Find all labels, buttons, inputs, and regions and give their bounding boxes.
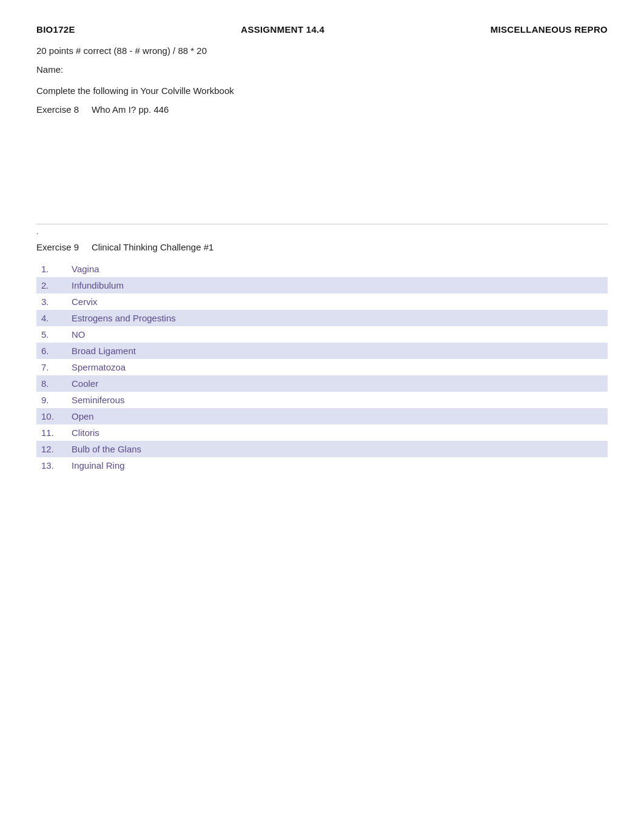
item-number: 6. [41, 346, 72, 356]
item-number: 9. [41, 395, 72, 405]
list-item: 8.Cooler [36, 375, 608, 392]
list-item: 6.Broad Ligament [36, 343, 608, 359]
exercise9-detail: Clinical Thinking Challenge #1 [92, 242, 214, 252]
exercise8-detail: Who Am I? pp. 446 [92, 104, 169, 115]
item-number: 1. [41, 264, 72, 274]
list-item: 4.Estrogens and Progestins [36, 310, 608, 326]
list-item: 9.Seminiferous [36, 392, 608, 408]
list-item: 10.Open [36, 408, 608, 424]
item-answer: Cervix [72, 297, 98, 307]
exercise9-row: Exercise 9 Clinical Thinking Challenge #… [36, 242, 608, 252]
item-answer: Infundibulum [72, 280, 124, 290]
list-item: 12.Bulb of the Glans [36, 441, 608, 457]
item-answer: Broad Ligament [72, 346, 136, 356]
list-item: 13.Inguinal Ring [36, 457, 608, 474]
list-item: 7.Spermatozoa [36, 359, 608, 375]
item-answer: Vagina [72, 264, 99, 274]
course-label: BIO172E [36, 24, 75, 35]
item-number: 4. [41, 313, 72, 323]
item-number: 13. [41, 460, 72, 471]
item-answer: Seminiferous [72, 395, 125, 405]
list-item: 3.Cervix [36, 293, 608, 310]
item-number: 3. [41, 297, 72, 307]
list-item: 11.Clitoris [36, 424, 608, 441]
item-answer: Bulb of the Glans [72, 444, 141, 454]
item-number: 2. [41, 280, 72, 290]
item-answer: NO [72, 329, 86, 340]
item-number: 7. [41, 362, 72, 372]
assignment-label: ASSIGNMENT 14.4 [241, 24, 324, 35]
answer-list: 1.Vagina2.Infundibulum3.Cervix4.Estrogen… [36, 261, 608, 474]
item-number: 10. [41, 411, 72, 421]
page-header: BIO172E ASSIGNMENT 14.4 MISCELLANEOUS RE… [36, 24, 608, 35]
list-item: 5.NO [36, 326, 608, 343]
list-item: 2.Infundibulum [36, 277, 608, 293]
exercise9-label: Exercise 9 [36, 242, 79, 252]
points-meta: 20 points # correct (88 - # wrong) / 88 … [36, 45, 608, 56]
instruction-text: Complete the following in Your Colville … [36, 86, 608, 96]
item-answer: Spermatozoa [72, 362, 126, 372]
exercise8-label: Exercise 8 [36, 104, 79, 115]
item-answer: Inguinal Ring [72, 460, 125, 471]
name-label: Name: [36, 64, 608, 75]
item-number: 5. [41, 329, 72, 340]
divider-section: . [36, 224, 608, 236]
item-answer: Clitoris [72, 428, 99, 438]
exercise8-row: Exercise 8 Who Am I? pp. 446 [36, 104, 608, 115]
item-answer: Open [72, 411, 94, 421]
dot-marker: . [36, 227, 608, 236]
topic-label: MISCELLANEOUS REPRO [491, 24, 608, 35]
list-item: 1.Vagina [36, 261, 608, 277]
item-number: 12. [41, 444, 72, 454]
item-number: 8. [41, 378, 72, 389]
item-number: 11. [41, 428, 72, 438]
item-answer: Estrogens and Progestins [72, 313, 176, 323]
item-answer: Cooler [72, 378, 98, 389]
